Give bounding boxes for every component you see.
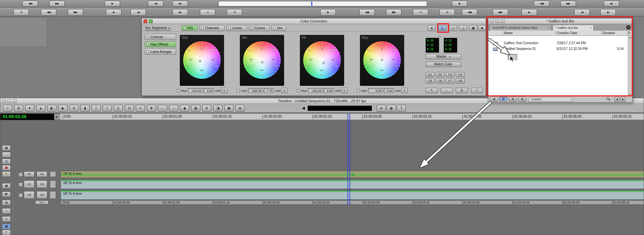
hue-wheel-mas[interactable]: RMGBCYGYL0°-90°180°90°+	[363, 41, 401, 79]
frame-view-icon[interactable]: ⊞	[509, 97, 517, 102]
stop-2-button[interactable]: ⊘	[413, 9, 428, 16]
source-track-A2[interactable]: A2	[24, 191, 35, 199]
correction-bank-c1[interactable]: C1	[426, 72, 434, 77]
play-4-button[interactable]: ▶	[320, 9, 336, 16]
close-button[interactable]: ×	[144, 19, 147, 23]
eyedropper-button[interactable]: ✎	[401, 88, 408, 93]
track-select-A1[interactable]	[18, 182, 23, 187]
dual-split-icon[interactable]: ◫	[438, 25, 446, 31]
no-edit-icon[interactable]: ⊘	[69, 105, 78, 112]
track-monitor-V1[interactable]	[50, 171, 56, 177]
position-bar[interactable]	[218, 1, 427, 6]
hue-wheel-mid[interactable]: RMGBCYGYL0°-90°180°90°+	[243, 41, 281, 79]
tab-channels[interactable]: Channels	[199, 25, 225, 31]
wheel-crosshair[interactable]: +	[199, 58, 202, 63]
smart-tool-icon[interactable]: ≈	[3, 105, 12, 112]
close-button[interactable]: ×	[2, 99, 6, 103]
timeline-ruler[interactable]: 0:0001:00:00:1501:00:01:0001:00:01:1501:…	[60, 114, 644, 120]
amount-value-field[interactable]: 7.75	[264, 88, 274, 93]
timecode-track[interactable]: 0:0001:00:00:1501:00:01:0001:00:01:1501:…	[61, 200, 644, 205]
play-3-button[interactable]: ▶	[106, 9, 121, 16]
record-track-A1[interactable]: A1	[37, 180, 47, 188]
amount-value-field[interactable]: 0.00	[384, 88, 394, 93]
meter-menu-icon[interactable]: ≣	[377, 105, 386, 112]
play-2-button[interactable]: ▶	[452, 1, 467, 7]
zoom-button[interactable]: +	[149, 19, 153, 23]
hue-value-field[interactable]: -158.35	[248, 88, 263, 93]
zoom-button[interactable]: +	[501, 19, 504, 23]
hue-wheel-hlt[interactable]: RMGBCYGYL0°-90°180°90°+	[303, 41, 341, 79]
add-edit-icon[interactable]: ▮	[80, 105, 90, 112]
source-record-toggle-icon[interactable]: ▣	[2, 183, 11, 189]
step-back-4-button[interactable]: ◀◀	[462, 9, 477, 16]
list-tool-icon[interactable]: ≡	[2, 216, 11, 222]
step-back-3-button[interactable]: ◀◀	[359, 9, 375, 16]
segment-insert-icon[interactable]: ▲	[36, 105, 45, 112]
column-header-name[interactable]: Name	[504, 31, 513, 35]
swap-correction-icon[interactable]: ⇅	[456, 88, 468, 93]
wheel-crosshair[interactable]: +	[381, 57, 383, 62]
go-to-end-3-button[interactable]: ▶|	[600, 9, 616, 16]
fast-forward-button[interactable]: ▶▶	[560, 1, 576, 7]
swatch-icon[interactable]: ■	[478, 25, 486, 31]
step-back-button[interactable]: ◀◀	[22, 1, 38, 7]
match-color-button[interactable]: Match Color	[426, 62, 461, 67]
correction-bank-c2[interactable]: C2	[436, 72, 444, 77]
full-monitor-icon[interactable]: ▭	[449, 25, 457, 31]
correction-bank-c5[interactable]: C5	[426, 78, 434, 83]
bin-scrollbar[interactable]: ▲ ▼	[628, 36, 632, 96]
hue-value-field[interactable]: 0.00	[368, 88, 383, 93]
track-selector-icon[interactable]: ⊞	[14, 105, 23, 112]
trim-left-icon[interactable]: ◩	[2, 191, 11, 197]
collapse-icon[interactable]: ^	[2, 230, 11, 235]
effect-mode-icon[interactable]: ◆	[180, 105, 189, 112]
minimize-button[interactable]: −	[495, 19, 499, 23]
go-to-start-3-button[interactable]: |◀	[574, 9, 590, 16]
brief-view-icon[interactable]: ▤	[490, 97, 498, 102]
timecode-menu-button[interactable]: ▶	[54, 114, 60, 120]
mark-in-icon[interactable]: [	[92, 105, 101, 112]
tab-sec[interactable]: Sec	[271, 25, 286, 31]
go-to-end-button[interactable]: ▶|	[172, 1, 188, 7]
track-monitor-A2[interactable]	[50, 191, 56, 199]
clip-V1[interactable]: 1B Tk 4.mov	[61, 171, 644, 178]
group-tab-hue-offsets[interactable]: Hue Offsets	[145, 41, 176, 47]
correction-bank-c7[interactable]: C7	[446, 78, 454, 83]
track-select-A2[interactable]	[18, 193, 23, 197]
render-icon[interactable]: ◨	[213, 105, 222, 112]
source-track-A1[interactable]: A1	[24, 180, 35, 188]
toggle-source-icon[interactable]: ↔	[158, 105, 167, 112]
wheel-enable-checkbox[interactable]	[237, 89, 240, 92]
wheel-enable-checkbox[interactable]	[177, 89, 180, 92]
play-tool-icon[interactable]: ▶	[58, 105, 67, 112]
eyedropper-button[interactable]: ✎	[341, 88, 347, 93]
correction-mode-menu-icon[interactable]: ≣	[428, 25, 436, 31]
src-segment-dropdown[interactable]: Src Segment▾	[145, 26, 171, 31]
correction-eyedropper-icon[interactable]: ✎	[426, 88, 438, 93]
mark-clip-icon[interactable]: ◫	[114, 105, 123, 112]
tab-curves[interactable]: Curves	[249, 25, 270, 31]
wheel-enable-checkbox[interactable]	[357, 89, 360, 92]
bin-row[interactable]: Untitled Sequence.015/31/17 12:32:24 PM5…	[488, 47, 632, 52]
bin-fast-menu-icon[interactable]: ≡	[626, 25, 631, 30]
scroll-left-button[interactable]: ◀	[614, 97, 620, 102]
group-tab-controls[interactable]: Controls	[145, 34, 176, 40]
focus-icon[interactable]: ▦	[2, 145, 11, 151]
empty-clip-slot[interactable]	[508, 54, 517, 60]
master-dropdown[interactable]: Master▾	[426, 54, 461, 59]
script-view-icon[interactable]: ≣	[518, 97, 526, 102]
waveform-icon[interactable]: ≈	[2, 208, 11, 214]
tab-levels[interactable]: Levels	[226, 25, 247, 31]
frame-icon[interactable]: ▣	[469, 25, 477, 31]
bin-tab-1[interactable]: * Gaffers test Bin×	[553, 25, 594, 31]
tab-hsl[interactable]: HSL	[181, 25, 198, 31]
keyframe-dot[interactable]	[352, 174, 354, 176]
playhead-line[interactable]	[347, 114, 348, 205]
bucket-icon[interactable]: ▽	[471, 88, 483, 93]
step-forward-3-button[interactable]: ▶▶	[386, 9, 401, 16]
column-header-d[interactable]: D	[628, 31, 630, 35]
record-track-A2[interactable]: A2	[37, 191, 47, 199]
track-grid-icon[interactable]: ▦	[387, 105, 396, 112]
wheel-crosshair[interactable]: +	[322, 60, 325, 65]
marker-icon[interactable]: ✎	[2, 171, 11, 177]
